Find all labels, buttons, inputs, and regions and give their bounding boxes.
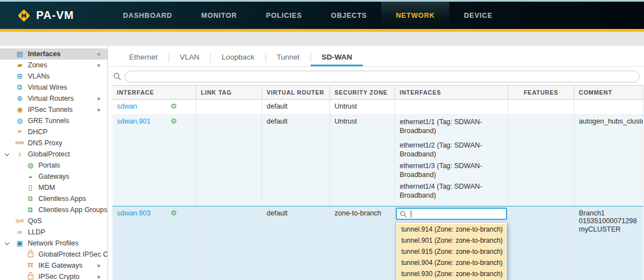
dropdown-option[interactable]: tunnel.915 (Zone: zone-to-branch) [397, 246, 506, 257]
interface-member: ethernet1/3 (Tag: SDWAN-Broadband) [400, 161, 503, 179]
chevron-down-icon[interactable] [4, 151, 9, 156]
security-zone-value: Untrust [335, 117, 357, 125]
nav-item-label: MONITOR [201, 12, 237, 19]
dropdown-option[interactable]: tunnel.930 (Zone: zone-to-branch) [397, 268, 506, 279]
column-header-comment[interactable]: COMMENT [574, 86, 643, 99]
mdm-icon: ▯ [26, 184, 35, 191]
interface-member: ethernet1/1 (Tag: SDWAN-Broadband) [400, 117, 503, 135]
vlans-icon: ⊞ [15, 72, 24, 80]
sidebar-item-ike-gateways[interactable]: ĦIKE Gateways [0, 260, 107, 271]
virtual-router-value: default [267, 117, 288, 125]
edit-settings-gear-icon[interactable]: ⚙ [170, 209, 177, 217]
cell-features [508, 115, 574, 205]
app-header: PA-VM DASHBOARDMONITORPOLICIESOBJECTSNET… [0, 2, 644, 29]
column-header-interfaces[interactable]: INTERFACES [395, 86, 508, 99]
column-header-security-zone[interactable]: SECURITY ZONE [330, 86, 395, 99]
zones-icon: ▰ [15, 61, 24, 69]
interface-search-input[interactable] [396, 208, 507, 220]
ipsec-tunnels-icon: ◉ [15, 106, 24, 114]
sidebar-item-vlans[interactable]: ⊞VLANs [0, 71, 107, 82]
column-header-label: INTERFACE [117, 89, 154, 96]
column-header-label: VIRTUAL ROUTER [267, 89, 325, 96]
tab-tunnel[interactable]: Tunnel [266, 53, 311, 66]
sidebar-item-label: GlobalProtect IPSec Crypto [38, 250, 108, 258]
sidebar-item-mdm[interactable]: ▯MDM [0, 182, 107, 193]
ike-gateways-icon: Ħ [26, 262, 35, 269]
tab-label: Ethernet [129, 53, 158, 61]
app-window: PA-VM DASHBOARDMONITORPOLICIESOBJECTSNET… [0, 0, 644, 280]
cell-virtual-router: default [262, 115, 330, 205]
nav-item-label: NETWORK [396, 12, 435, 19]
interface-link[interactable]: sdwan.901 [117, 117, 150, 125]
brand[interactable]: PA-VM [0, 2, 103, 29]
table-row-sdwan[interactable]: sdwan⚙defaultUntrust [112, 100, 643, 115]
table-row-sdwan-901[interactable]: sdwan.901⚙defaultUntrustethernet1/1 (Tag… [112, 115, 643, 206]
sidebar-item-dns-proxy[interactable]: DNSDNS Proxy [0, 137, 107, 149]
sidebar-item-gre-tunnels[interactable]: ◍GRE Tunnels [0, 115, 107, 126]
nav-item-dashboard[interactable]: DASHBOARD [109, 2, 186, 29]
cell-comment [574, 100, 643, 114]
edit-settings-gear-icon[interactable]: ⚙ [170, 117, 177, 125]
cell-security-zone: Untrust [330, 100, 395, 114]
sidebar-item-globalprotect-ipsec-crypto[interactable]: GlobalProtect IPSec Crypto [0, 249, 107, 260]
sidebar-item-lldp[interactable]: ∞LLDP [0, 227, 107, 238]
sidebar-item-label: Network Profiles [28, 239, 78, 247]
sidebar-item-clientless-apps[interactable]: ⧉Clientless Apps [0, 193, 107, 204]
nav-item-device[interactable]: DEVICE [449, 2, 507, 29]
cell-interfaces [395, 100, 508, 114]
qos-icon: QoS [15, 217, 24, 225]
sidebar-item-network-profiles[interactable]: ▣Network Profiles [0, 238, 107, 249]
sidebar-item-ipsec-tunnels[interactable]: ◉IPSec Tunnels [0, 104, 107, 115]
sidebar-item-portals[interactable]: ◍Portals [0, 160, 107, 171]
tab-label: SD-WAN [322, 53, 352, 61]
sidebar-item-clientless-app-groups[interactable]: ⧉Clientless App Groups [0, 204, 107, 215]
cell-link-tag [196, 100, 262, 114]
cell-link-tag [196, 207, 262, 280]
interface-link[interactable]: sdwan.903 [117, 209, 150, 217]
nav-item-policies[interactable]: POLICIES [252, 2, 317, 29]
chevron-down-icon[interactable] [4, 240, 9, 245]
tab-ethernet[interactable]: Ethernet [118, 53, 169, 66]
sdwan-interfaces-table: INTERFACELINK TAGVIRTUAL ROUTERSECURITY … [112, 85, 643, 280]
table-row-sdwan-903[interactable]: sdwan.903⚙defaultzone-to-branchtunnel.91… [112, 206, 643, 280]
dropdown-option[interactable]: tunnel.914 (Zone: zone-to-branch) [397, 224, 506, 235]
sidebar-item-label: VLANs [28, 72, 50, 80]
clientless-apps-icon: ⧉ [26, 195, 35, 203]
sidebar-item-virtual-routers[interactable]: ⊛Virtual Routers [0, 93, 107, 104]
column-header-interface[interactable]: INTERFACE [112, 86, 196, 99]
dropdown-option[interactable]: tunnel.901 (Zone: zone-to-branch) [397, 235, 506, 246]
dropdown-option[interactable]: tunnel.904 (Zone: zone-to-branch) [397, 257, 506, 268]
nav-item-network[interactable]: NETWORK [381, 2, 449, 29]
column-header-link-tag[interactable]: LINK TAG [196, 86, 262, 99]
column-header-label: SECURITY ZONE [335, 89, 387, 96]
sidebar-item-qos[interactable]: QoSQoS [0, 215, 107, 227]
sidebar-item-globalprotect[interactable]: ♁GlobalProtect [0, 149, 107, 160]
tab-vlan[interactable]: VLAN [169, 53, 210, 66]
sidebar-item-label: IPSec Crypto [38, 273, 80, 280]
virtual-router-value: default [267, 209, 288, 217]
nav-item-monitor[interactable]: MONITOR [186, 2, 251, 29]
ipsec-crypto-icon [26, 272, 35, 280]
interface-type-tabs: EthernetVLANLoopbackTunnelSD-WAN [108, 46, 644, 67]
search-icon [113, 72, 121, 81]
tab-loopback[interactable]: Loopback [210, 53, 266, 66]
nav-item-objects[interactable]: OBJECTS [317, 2, 382, 29]
column-header-features[interactable]: FEATURES [508, 86, 574, 99]
cell-features [508, 100, 574, 114]
tab-label: Tunnel [277, 53, 299, 61]
sidebar-item-dhcp[interactable]: IPDHCP [0, 126, 107, 137]
gre-tunnels-icon: ◍ [15, 117, 24, 125]
virtual-router-value: default [267, 102, 288, 110]
sidebar-item-gateways[interactable]: ◒Gateways [0, 171, 107, 182]
sidebar-item-ipsec-crypto[interactable]: IPSec Crypto [0, 271, 107, 280]
sidebar-item-virtual-wires[interactable]: ⧉Virtual Wires [0, 82, 107, 93]
interface-link[interactable]: sdwan [117, 102, 137, 110]
sidebar-item-zones[interactable]: ▰Zones [0, 60, 107, 71]
table-search-input[interactable] [125, 71, 640, 82]
cell-virtual-router: default [262, 100, 330, 114]
comment-value: Branch1 015351000071298 myCLUSTER [579, 209, 637, 233]
column-header-virtual-router[interactable]: VIRTUAL ROUTER [262, 86, 330, 99]
sidebar-item-interfaces[interactable]: ▤Interfaces [0, 48, 107, 60]
tab-sd-wan[interactable]: SD-WAN [311, 53, 363, 66]
edit-settings-gear-icon[interactable]: ⚙ [170, 102, 177, 110]
